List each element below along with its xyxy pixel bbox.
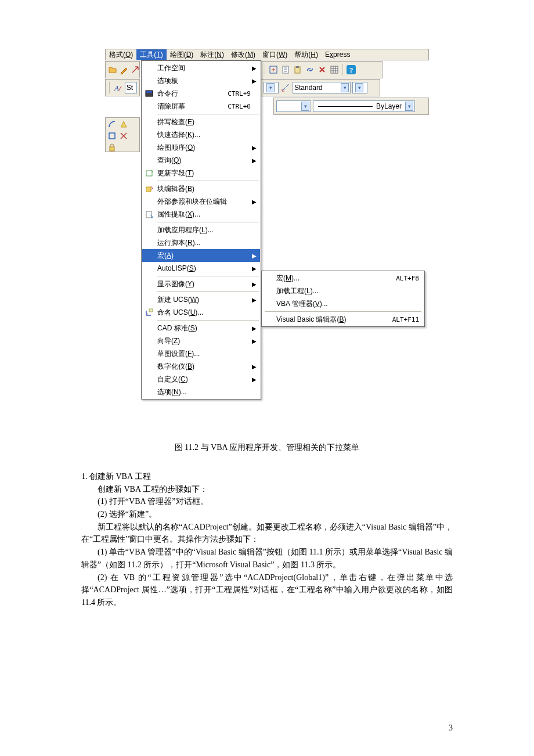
submenu-item[interactable]: Visual Basic 编辑器(B)ALT+F11 [262, 313, 424, 326]
menu-item[interactable]: 加载应用程序(L)... [142, 224, 260, 236]
menu-help[interactable]: 帮助(H) [291, 49, 322, 60]
submenu-label: 宏(M)... [276, 273, 396, 283]
submenu-item[interactable]: 加载工程(L)... [262, 285, 424, 297]
submenu-item[interactable]: 宏(M)...ALT+F8 [262, 272, 424, 285]
combo-empty-3[interactable]: ▾ [276, 100, 311, 112]
toolbar-side [105, 117, 140, 152]
menu-separator [157, 114, 259, 114]
menu-label: CAD 标准(S) [155, 323, 251, 333]
menu-item[interactable]: 向导(Z)▶ [142, 334, 260, 347]
sheet-icon[interactable] [280, 64, 291, 75]
submenu-arrow-icon: ▶ [251, 253, 257, 259]
menu-item[interactable]: 自定义(C)▶ [142, 373, 260, 386]
menubar: 格式(O) 工具(T) 绘图(D) 标注(N) 修改(M) 窗口(W) 帮助(H… [105, 49, 429, 60]
combo-standard[interactable]: Standard▾ [293, 82, 351, 93]
menu-label: 绘图顺序(O) [155, 143, 251, 153]
menu-item[interactable]: 显示图像(Y)▶ [142, 278, 260, 290]
menu-label: AutoLISP(S) [155, 264, 251, 272]
submenu-arrow-icon: ▶ [251, 199, 257, 205]
menu-label: 选项板 [155, 76, 251, 86]
pencil-icon[interactable] [120, 64, 129, 75]
menu-label: 草图设置(F)... [155, 349, 251, 359]
tool-icon[interactable] [268, 64, 279, 75]
x2-icon[interactable] [118, 131, 129, 141]
upd-icon [143, 168, 155, 178]
menu-item[interactable]: 运行脚本(R)... [142, 236, 260, 249]
menu-item[interactable]: 选项(N)... [142, 386, 260, 398]
menu-item[interactable]: 命令行CTRL+9 [142, 87, 260, 100]
menu-item[interactable]: 草图设置(F)... [142, 347, 260, 360]
body-text: 1. 创建新 VBA 工程 创建新 VBA 工程的步骤如下： (1) 打开“VB… [81, 470, 453, 609]
menu-separator [157, 291, 259, 292]
menu-item[interactable]: CAD 标准(S)▶ [142, 322, 260, 334]
submenu-arrow-icon: ▶ [251, 281, 257, 287]
menu-label: 数字化仪(B) [155, 362, 251, 372]
svg-rect-20 [146, 91, 152, 93]
menu-item[interactable]: 块编辑器(B) [142, 182, 260, 195]
menu-item[interactable]: 属性提取(X)... [142, 208, 260, 221]
help-icon[interactable]: ? [346, 64, 356, 75]
ucs-icon [143, 308, 155, 317]
x-icon[interactable] [317, 64, 327, 75]
menu-item[interactable]: 选项板▶ [142, 74, 260, 87]
menu-item[interactable]: 命名 UCS(U)... [142, 306, 260, 319]
style-combo-small[interactable]: St [125, 82, 137, 93]
submenu-arrow-icon: ▶ [251, 376, 257, 383]
menu-label: 向导(Z) [155, 336, 251, 346]
menu-dim[interactable]: 标注(N) [197, 49, 228, 60]
menu-item[interactable]: AutoLISP(S)▶ [142, 262, 260, 275]
menu-modify[interactable]: 修改(M) [228, 49, 259, 60]
menu-item[interactable]: 快速选择(K)... [142, 128, 260, 141]
para-2: (1) 打开“VBA 管理器”对话框。 [81, 495, 453, 508]
menu-separator [265, 311, 421, 312]
svg-rect-4 [296, 66, 299, 68]
tri-icon[interactable] [118, 119, 129, 129]
dim-icon[interactable] [280, 82, 291, 93]
figure-11-2: 格式(O) 工具(T) 绘图(D) 标注(N) 修改(M) 窗口(W) 帮助(H… [81, 49, 453, 438]
submenu-item[interactable]: VBA 管理器(V)... [262, 297, 424, 310]
submenu-label: VBA 管理器(V)... [276, 299, 419, 309]
menu-item[interactable]: 拼写检查(E) [142, 116, 260, 128]
menu-draw[interactable]: 绘图(D) [167, 49, 197, 60]
svg-text:A: A [114, 84, 119, 92]
menu-label: 运行脚本(R)... [155, 238, 251, 248]
combo-empty-1[interactable]: ▾ [264, 82, 279, 93]
menu-express[interactable]: Express [322, 49, 353, 60]
menu-item[interactable]: 清除屏幕CTRL+0 [142, 100, 260, 113]
grid-icon[interactable] [329, 64, 340, 75]
submenu-arrow-icon: ▶ [251, 78, 257, 84]
paste-icon[interactable] [293, 64, 303, 75]
square-icon[interactable] [107, 131, 117, 141]
menu-item[interactable]: 宏(A)▶ [142, 249, 260, 262]
menu-tools[interactable]: 工具(T) [136, 49, 166, 60]
menu-window[interactable]: 窗口(W) [259, 49, 291, 60]
menu-label: 命令行 [155, 89, 228, 99]
combo-empty-2[interactable]: ▾ [352, 82, 367, 93]
menu-item[interactable]: 工作空间▶ [142, 62, 260, 74]
toolbar-left-1 [105, 61, 140, 78]
para-1: 创建新 VBA 工程的步骤如下： [81, 483, 453, 496]
textstyle-icon[interactable]: A [113, 82, 122, 93]
menu-item[interactable]: 外部参照和块在位编辑▶ [142, 195, 260, 208]
separator [265, 64, 265, 75]
arc-icon[interactable] [107, 119, 117, 129]
para-4: 新工程将以默认的名称“ACADProject”创建。如要更改工程名称，必须进入“… [81, 521, 453, 546]
menu-item[interactable]: 查询(Q)▶ [142, 154, 260, 167]
combo-bylayer[interactable]: ByLayer▾ [313, 100, 415, 112]
toolbar-right-1: ? [261, 61, 383, 78]
toolbar-left-2: A St [105, 79, 140, 96]
combo-bylayer-text: ByLayer [376, 102, 402, 110]
menu-item[interactable]: 更新字段(T) [142, 167, 260, 179]
menu-label: 自定义(C) [155, 375, 251, 384]
menu-format[interactable]: 格式(O) [106, 49, 136, 60]
menu-item[interactable]: 新建 UCS(W)▶ [142, 293, 260, 306]
para-6: (2) 在 VB 的“工程资源管理器”选中“ACADProject(Global… [81, 571, 453, 609]
menu-item[interactable]: 绘图顺序(O)▶ [142, 141, 260, 154]
menu-item[interactable]: 数字化仪(B)▶ [142, 360, 260, 373]
lock-icon[interactable] [107, 142, 117, 153]
link-icon[interactable] [305, 64, 315, 75]
submenu-arrow-icon: ▶ [251, 265, 257, 272]
arrow-icon[interactable] [131, 64, 139, 75]
para-5: (1) 单击“VBA 管理器”中的“Visual Basic 编辑器”按钮（如图… [81, 546, 453, 571]
folder-icon[interactable] [108, 64, 117, 75]
